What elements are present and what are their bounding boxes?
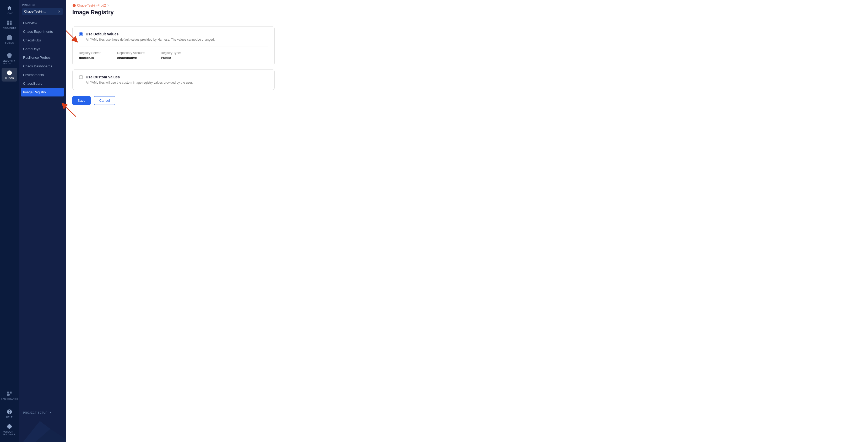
chevron-down-icon [49, 411, 52, 414]
sidebar-item-chaos-experiments[interactable]: Chaos Experiments [19, 27, 66, 36]
nav-help-label: Help [6, 416, 13, 418]
sidebar: Project Chaos-Test-in... Overview Chaos … [19, 0, 66, 442]
nav-divider-3 [5, 405, 14, 405]
main-content: Chaos-Test-in-Prod2 > Image Registry Use… [66, 0, 868, 442]
sidebar-item-overview[interactable]: Overview [19, 19, 66, 27]
security-icon [6, 53, 12, 58]
project-setup-label: PROJECT SETUP [23, 411, 48, 414]
use-custom-radio[interactable] [79, 75, 83, 79]
sidebar-item-environments-label: Environments [23, 73, 44, 77]
breadcrumb-chaos-icon [72, 4, 76, 7]
project-selector[interactable]: Chaos-Test-in... [22, 8, 63, 15]
nav-chaos[interactable]: Chaos [2, 68, 17, 82]
sidebar-decoration [19, 416, 66, 442]
use-custom-card: Use Custom Values All YAML files will us… [72, 69, 275, 90]
nav-projects-label: Projects [3, 27, 16, 29]
nav-account-settings-label: Account Settings [3, 431, 16, 436]
nav-security-label: Security Tests [3, 60, 16, 65]
registry-server-label: Registry Server: [79, 51, 101, 55]
use-default-radio[interactable] [79, 32, 83, 36]
nav-home[interactable]: Home [2, 3, 17, 17]
sidebar-item-chaos-hubs-label: ChaosHubs [23, 38, 41, 42]
sidebar-item-resilience-probes[interactable]: Resilience Probes [19, 53, 66, 62]
registry-server-field: Registry Server: docker.io [79, 51, 101, 60]
sidebar-spacer [19, 97, 66, 408]
sidebar-item-resilience-probes-label: Resilience Probes [23, 56, 51, 60]
sidebar-item-gamedays[interactable]: GameDays [19, 45, 66, 53]
sidebar-item-chaos-dashboards-label: Chaos Dashboards [23, 64, 52, 68]
nav-help[interactable]: Help [2, 407, 17, 420]
registry-info: Registry Server: docker.io Repository Ac… [79, 46, 268, 60]
repository-account-label: Repository Account: [117, 51, 145, 55]
registry-type-value: Public [161, 56, 181, 60]
registry-type-field: Registry Type: Public [161, 51, 181, 60]
use-default-header: Use Default Values [79, 32, 268, 36]
nav-builds-label: Builds [5, 41, 14, 44]
registry-type-label: Registry Type: [161, 51, 181, 55]
use-default-card: Use Default Values All YAML files use th… [72, 27, 275, 65]
registry-server-value: docker.io [79, 56, 101, 60]
svg-line-2 [66, 31, 76, 40]
use-custom-desc: All YAML files will use the custom image… [86, 81, 268, 84]
use-default-title: Use Default Values [86, 32, 119, 36]
cancel-button[interactable]: Cancel [94, 96, 115, 105]
nav-dashboards[interactable]: Dashboards [2, 389, 17, 403]
icon-nav: Home Projects Builds Security Tests Chao… [0, 0, 19, 442]
svg-marker-0 [19, 421, 66, 442]
project-label: Project [22, 4, 63, 6]
nav-dashboards-label: Dashboards [1, 398, 18, 400]
breadcrumb-separator: > [107, 4, 109, 7]
svg-marker-1 [29, 429, 66, 442]
account-settings-icon [6, 424, 12, 430]
nav-home-label: Home [6, 12, 13, 15]
nav-builds[interactable]: Builds [2, 32, 17, 46]
nav-security-tests[interactable]: Security Tests [2, 51, 17, 67]
sidebar-item-chaosguard-label: ChaosGuard [23, 82, 42, 85]
action-buttons: Save Cancel [72, 94, 275, 111]
sidebar-item-chaos-dashboards[interactable]: Chaos Dashboards [19, 62, 66, 70]
use-default-desc: All YAML files use these default values … [86, 38, 268, 41]
chaos-icon [6, 70, 12, 76]
use-custom-header: Use Custom Values [79, 75, 268, 79]
sidebar-item-overview-label: Overview [23, 21, 37, 25]
help-icon [6, 409, 12, 415]
sidebar-item-image-registry[interactable]: Image Registry [21, 88, 64, 96]
nav-account-settings[interactable]: Account Settings [2, 421, 17, 438]
red-arrow-1 [66, 29, 79, 44]
sidebar-item-image-registry-label: Image Registry [23, 90, 46, 94]
nav-chaos-label: Chaos [5, 77, 14, 80]
project-setup-section[interactable]: PROJECT SETUP [19, 408, 66, 416]
nav-projects[interactable]: Projects [2, 18, 17, 31]
content-area: Use Default Values All YAML files use th… [66, 20, 281, 117]
sidebar-item-gamedays-label: GameDays [23, 47, 40, 51]
use-custom-title: Use Custom Values [86, 75, 120, 79]
builds-icon [6, 35, 12, 40]
breadcrumb-project-link[interactable]: Chaos-Test-in-Prod2 [72, 4, 106, 7]
sidebar-item-chaosguard[interactable]: ChaosGuard [19, 79, 66, 88]
repository-account-value: chaosnative [117, 56, 145, 60]
sidebar-item-chaos-hubs[interactable]: ChaosHubs [19, 36, 66, 45]
dashboards-icon [6, 391, 12, 396]
repository-account-field: Repository Account: chaosnative [117, 51, 145, 60]
sidebar-item-chaos-experiments-label: Chaos Experiments [23, 30, 53, 34]
project-name: Chaos-Test-in... [24, 10, 56, 13]
page-title: Image Registry [66, 7, 868, 20]
breadcrumb-project-name: Chaos-Test-in-Prod2 [77, 4, 106, 7]
projects-icon [6, 20, 12, 26]
sidebar-item-environments[interactable]: Environments [19, 70, 66, 79]
project-section: Project Chaos-Test-in... [19, 0, 66, 18]
breadcrumb: Chaos-Test-in-Prod2 > [66, 0, 868, 7]
home-icon [6, 5, 12, 11]
save-button[interactable]: Save [72, 96, 91, 105]
chevron-right-icon [57, 10, 61, 13]
